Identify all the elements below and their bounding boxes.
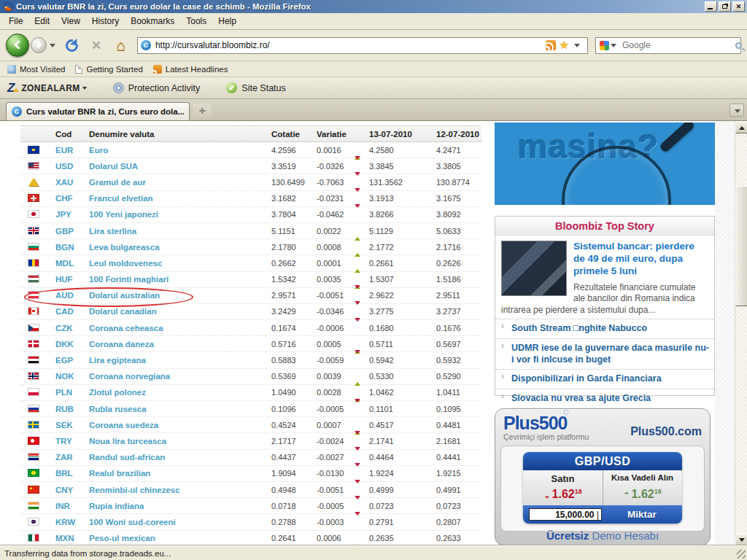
currency-code-link[interactable]: NOK [55,372,89,381]
currency-name-link[interactable]: 100 Forinti maghiari [89,275,271,284]
menu-bookmarks[interactable]: Bookmarks [125,14,180,28]
currency-code-link[interactable]: EGP [55,356,89,365]
scrollbar-thumb[interactable] [735,186,747,306]
menu-tools[interactable]: Tools [180,14,212,28]
currency-name-link[interactable]: Rubla rusesca [89,405,271,413]
currency-code-link[interactable]: CZK [55,324,89,332]
currency-code-link[interactable]: MDL [55,259,89,268]
zonealarm-menu[interactable]: Z ZoneAlarm [7,81,87,96]
masina-ad-banner[interactable]: masina? [495,122,715,205]
bookmark-latest-headlines[interactable]: Latest Headlines [150,65,236,74]
currency-code-link[interactable]: GBP [55,227,89,236]
currency-name-link[interactable]: Peso-ul mexican [89,534,271,542]
reload-button[interactable] [66,39,78,52]
scroll-up-button[interactable] [735,121,747,133]
back-button[interactable] [6,34,29,57]
google-engine-icon[interactable] [600,41,609,50]
search-input[interactable] [622,40,735,50]
currency-name-link[interactable]: 100 Woni sud-coreeni [89,518,271,526]
url-dropdown-icon[interactable] [574,44,580,47]
tab-list-dropdown[interactable] [729,104,744,117]
story-link[interactable]: Disponibilizari in Garda Financiara [495,369,714,389]
plus500-ad[interactable]: Plus500 Çevrimiçi işlem platformu Plus50… [495,408,711,545]
currency-name-link[interactable]: Rupia indiana [89,502,271,510]
restore-button[interactable] [719,1,731,12]
currency-code-link[interactable]: AUD [55,291,89,300]
rss-feed-icon[interactable] [546,40,556,50]
story-link[interactable]: Slovacia nu vrea sa ajute Grecia [495,389,714,408]
bookmark-most-visited[interactable]: Most Visited [4,65,72,74]
currency-name-link[interactable]: Lira sterlina [89,227,271,236]
url-input[interactable] [155,40,546,50]
currency-name-link[interactable]: Dolarul australian [89,291,271,300]
miktar-button[interactable]: Miktar [602,509,682,520]
currency-name-link[interactable]: 100 Yeni japonezi [89,210,271,219]
currency-code-link[interactable]: CHF [55,194,89,203]
menu-help[interactable]: Help [212,14,242,28]
currency-name-link[interactable]: Dolarul canadian [89,307,271,316]
currency-name-link[interactable]: Euro [89,146,271,155]
currency-code-link[interactable]: XAU [55,178,89,187]
menu-history[interactable]: History [86,14,125,28]
currency-name-link[interactable]: Realul brazilian [89,469,271,478]
currency-name-link[interactable]: Coroana norvegiana [89,372,271,381]
story-link[interactable]: UDMR iese de la guvernare daca masurile … [495,338,714,369]
currency-code-link[interactable]: JPY [55,210,89,219]
bookmark-getting-started[interactable]: Getting Started [72,65,150,74]
currency-name-link[interactable]: Randul sud-african [89,453,271,462]
currency-code-link[interactable]: HUF [55,275,89,284]
active-tab[interactable]: C Curs valutar BNR la zi, Curs euro dola… [6,102,190,120]
search-box[interactable] [595,37,741,54]
search-magnifier-icon[interactable] [735,42,742,49]
currency-name-link[interactable]: Lira egipteana [89,356,271,365]
currency-code-link[interactable]: CNY [55,486,89,494]
currency-code-link[interactable]: PLN [55,388,89,397]
currency-code-link[interactable]: CAD [55,307,89,316]
currency-code-link[interactable]: ZAR [55,453,89,462]
currency-name-link[interactable]: Noua lira turceasca [89,437,271,446]
currency-code-link[interactable]: TRY [55,437,89,446]
menu-file[interactable]: File [3,14,28,28]
forward-button[interactable] [31,37,47,53]
story-link[interactable]: South Stream □nghite Nabucco [495,319,714,338]
close-button[interactable]: ✕ [732,1,745,12]
currency-code-link[interactable]: RUB [55,405,89,413]
currency-code-link[interactable]: DKK [55,340,89,349]
currency-name-link[interactable]: Dolarul SUA [89,162,271,171]
currency-code-link[interactable]: INR [55,502,89,510]
currency-name-link[interactable]: Gramul de aur [89,178,271,187]
minimize-button[interactable] [705,1,717,12]
history-dropdown-icon[interactable] [50,44,55,47]
buy-price[interactable]: ⌃1.6216 [603,486,682,505]
search-engine-dropdown-icon[interactable] [611,44,616,47]
currency-code-link[interactable]: BRL [55,469,89,478]
currency-name-link[interactable]: Coroana ceheasca [89,324,271,332]
url-bar[interactable]: C ★ [137,37,588,54]
currency-code-link[interactable]: MXN [55,534,89,542]
bookmark-star-icon[interactable]: ★ [560,40,569,50]
currency-code-link[interactable]: EUR [55,146,89,155]
currency-name-link[interactable]: Francul elvetian [89,194,271,203]
menu-edit[interactable]: Edit [28,14,55,28]
currency-name-link[interactable]: Leva bulgareasca [89,243,271,252]
currency-name-link[interactable]: Coroana daneza [89,340,271,349]
currency-code-link[interactable]: SEK [55,421,89,429]
currency-name-link[interactable]: Coroana suedeza [89,421,271,429]
new-tab-button[interactable]: ✚ [193,104,212,118]
demo-account-link[interactable]: Ücretsiz Demo Hesabı [501,529,704,542]
currency-name-link[interactable]: Leul moldovenesc [89,259,271,268]
protection-activity-button[interactable]: Protection Activity [113,82,201,93]
home-button[interactable]: ⌂ [116,38,125,52]
story-thumbnail-image[interactable] [501,241,567,296]
plus500-site-link[interactable]: Plus500.com [630,425,702,441]
vertical-scrollbar[interactable] [735,121,747,545]
currency-name-link[interactable]: Renminbi-ul chinezesc [89,486,271,494]
scroll-down-button[interactable] [735,533,747,545]
site-status-button[interactable]: ✔ Site Status [226,82,285,93]
resize-grip[interactable] [737,550,746,559]
stop-button[interactable]: ✕ [91,39,101,52]
sell-price[interactable]: ⌄1.6218 [523,486,603,505]
currency-code-link[interactable]: BGN [55,243,89,252]
currency-code-link[interactable]: KRW [55,518,89,526]
amount-input[interactable]: 15,000.00 | [529,508,602,521]
